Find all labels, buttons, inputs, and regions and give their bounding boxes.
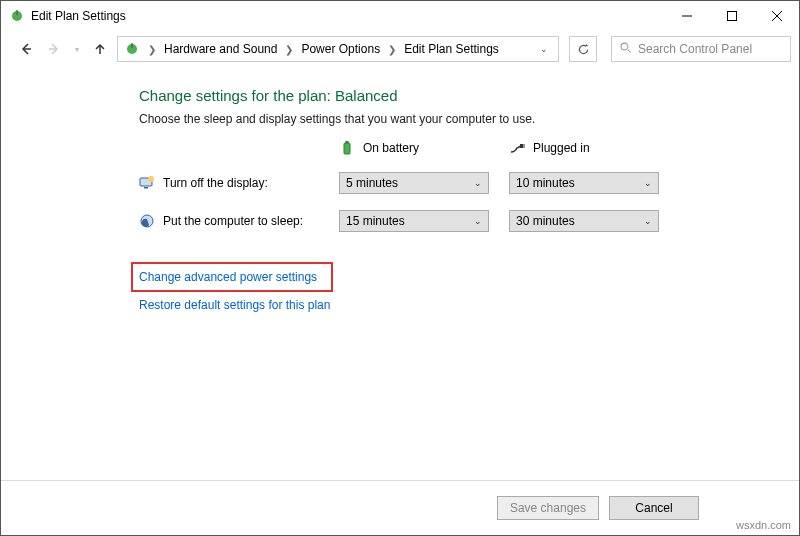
window: Edit Plan Settings ▾ ❯ Hardware and Soun… bbox=[0, 0, 800, 536]
on-battery-header: On battery bbox=[339, 140, 489, 156]
plugged-in-header: Plugged in bbox=[509, 140, 659, 156]
navbar: ▾ ❯ Hardware and Sound ❯ Power Options ❯… bbox=[1, 31, 799, 67]
svg-line-12 bbox=[628, 49, 631, 52]
save-changes-button[interactable]: Save changes bbox=[497, 496, 599, 520]
power-options-icon bbox=[124, 41, 140, 57]
search-icon bbox=[620, 42, 632, 57]
highlight-annotation: Change advanced power settings bbox=[131, 262, 333, 292]
svg-rect-10 bbox=[131, 43, 132, 48]
window-controls bbox=[664, 1, 799, 31]
links-area: Change advanced power settings Restore d… bbox=[139, 262, 799, 322]
display-plugged-dropdown[interactable]: 10 minutes ⌄ bbox=[509, 172, 659, 194]
titlebar: Edit Plan Settings bbox=[1, 1, 799, 31]
dropdown-value: 15 minutes bbox=[346, 214, 405, 228]
svg-rect-13 bbox=[344, 143, 350, 154]
refresh-button[interactable] bbox=[569, 36, 597, 62]
row-sleep-label: Put the computer to sleep: bbox=[163, 214, 303, 228]
recent-dropdown-icon[interactable]: ▾ bbox=[71, 38, 83, 60]
minimize-button[interactable] bbox=[664, 1, 709, 31]
content-area: Change settings for the plan: Balanced C… bbox=[1, 67, 799, 481]
display-icon bbox=[139, 175, 155, 191]
chevron-right-icon[interactable]: ❯ bbox=[285, 44, 293, 55]
chevron-right-icon[interactable]: ❯ bbox=[388, 44, 396, 55]
restore-defaults-link[interactable]: Restore default settings for this plan bbox=[139, 298, 330, 312]
footer: Save changes Cancel bbox=[1, 481, 799, 535]
plug-icon bbox=[509, 140, 525, 156]
chevron-down-icon: ⌄ bbox=[644, 216, 652, 226]
forward-button[interactable] bbox=[43, 38, 65, 60]
change-advanced-link[interactable]: Change advanced power settings bbox=[139, 270, 317, 284]
address-bar[interactable]: ❯ Hardware and Sound ❯ Power Options ❯ E… bbox=[117, 36, 559, 62]
svg-rect-3 bbox=[727, 12, 736, 21]
breadcrumb-segment[interactable]: Power Options bbox=[301, 42, 380, 56]
row-turn-off-display: Turn off the display: bbox=[139, 175, 319, 191]
search-input[interactable]: Search Control Panel bbox=[611, 36, 791, 62]
sleep-battery-dropdown[interactable]: 15 minutes ⌄ bbox=[339, 210, 489, 232]
chevron-down-icon: ⌄ bbox=[474, 216, 482, 226]
battery-icon bbox=[339, 140, 355, 156]
page-subtext: Choose the sleep and display settings th… bbox=[139, 112, 799, 126]
close-button[interactable] bbox=[754, 1, 799, 31]
on-battery-label: On battery bbox=[363, 141, 419, 155]
up-button[interactable] bbox=[89, 38, 111, 60]
svg-point-20 bbox=[148, 176, 154, 182]
breadcrumb-segment[interactable]: Edit Plan Settings bbox=[404, 42, 499, 56]
power-options-icon bbox=[9, 8, 25, 24]
sleep-icon bbox=[139, 213, 155, 229]
plugged-in-label: Plugged in bbox=[533, 141, 590, 155]
watermark-text: wsxdn.com bbox=[736, 519, 791, 531]
search-placeholder: Search Control Panel bbox=[638, 42, 752, 56]
row-display-label: Turn off the display: bbox=[163, 176, 268, 190]
chevron-down-icon: ⌄ bbox=[474, 178, 482, 188]
cancel-button[interactable]: Cancel bbox=[609, 496, 699, 520]
chevron-right-icon[interactable]: ❯ bbox=[148, 44, 156, 55]
sleep-plugged-dropdown[interactable]: 30 minutes ⌄ bbox=[509, 210, 659, 232]
breadcrumb-segment[interactable]: Hardware and Sound bbox=[164, 42, 277, 56]
svg-rect-14 bbox=[346, 141, 349, 143]
svg-rect-19 bbox=[144, 187, 148, 189]
dropdown-value: 5 minutes bbox=[346, 176, 398, 190]
settings-grid: On battery Plugged in Turn off the displ… bbox=[139, 140, 799, 232]
display-battery-dropdown[interactable]: 5 minutes ⌄ bbox=[339, 172, 489, 194]
dropdown-value: 30 minutes bbox=[516, 214, 575, 228]
page-heading: Change settings for the plan: Balanced bbox=[139, 87, 799, 104]
svg-rect-1 bbox=[16, 10, 17, 15]
maximize-button[interactable] bbox=[709, 1, 754, 31]
window-title: Edit Plan Settings bbox=[31, 9, 664, 23]
svg-point-11 bbox=[621, 43, 628, 50]
back-button[interactable] bbox=[15, 38, 37, 60]
svg-rect-15 bbox=[520, 144, 523, 148]
chevron-down-icon[interactable]: ⌄ bbox=[536, 44, 552, 54]
chevron-down-icon: ⌄ bbox=[644, 178, 652, 188]
dropdown-value: 10 minutes bbox=[516, 176, 575, 190]
row-computer-sleep: Put the computer to sleep: bbox=[139, 213, 319, 229]
